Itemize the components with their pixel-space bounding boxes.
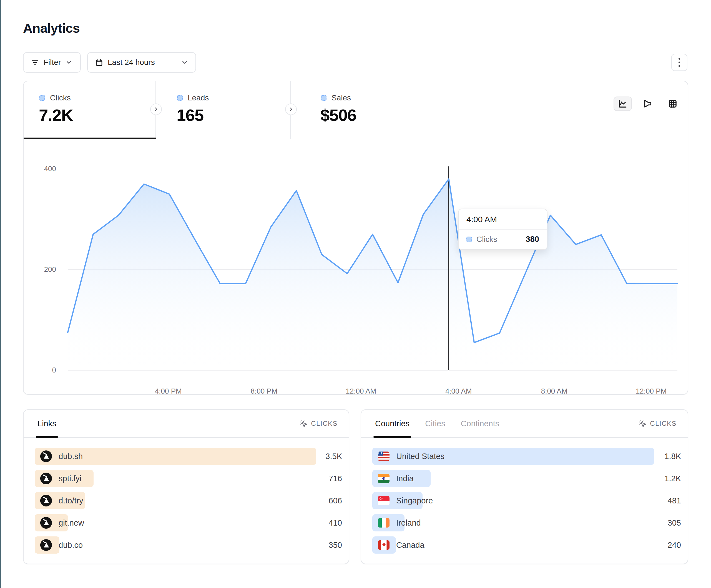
y-axis-tick-label: 200 — [31, 265, 56, 274]
y-axis-tick-label: 0 — [31, 366, 56, 375]
countries-panel-header: Countries Cities Continents CLICKS — [361, 410, 688, 438]
link-row[interactable]: dub.co350 — [35, 537, 342, 553]
country-row[interactable]: United States1.8K — [372, 448, 681, 465]
tab-countries[interactable]: Countries — [375, 410, 409, 437]
x-axis-tick-label: 12:00 PM — [636, 387, 667, 395]
clicks-series-chip — [39, 95, 45, 101]
countries-panel: Countries Cities Continents CLICKS Unite… — [361, 409, 688, 564]
flag-icon — [377, 494, 390, 507]
stat-label: Sales — [331, 93, 351, 103]
stat-value: $506 — [320, 106, 356, 125]
clicks-timeseries-chart[interactable] — [68, 166, 677, 370]
left-edge-divider — [0, 0, 1, 588]
tab-cities[interactable]: Cities — [425, 410, 445, 437]
link-row[interactable]: spti.fyi716 — [35, 470, 342, 487]
tooltip-series-chip — [467, 236, 472, 242]
cursor-click-icon — [299, 420, 308, 428]
link-row[interactable]: dub.sh3.5K — [35, 448, 342, 465]
tooltip-value: 380 — [526, 235, 539, 244]
kebab-menu-icon — [678, 58, 680, 67]
stat-value: 7.2K — [39, 106, 73, 125]
country-label: Singapore — [396, 496, 433, 505]
x-axis-tick-label: 8:00 PM — [251, 387, 278, 395]
date-range-button[interactable]: Last 24 hours — [87, 52, 196, 73]
link-clicks-value: 410 — [329, 518, 342, 527]
area-fill — [68, 179, 677, 370]
stats-row: Clicks 7.2K Leads 165 Sales $506 — [24, 81, 688, 139]
flag-ca-icon — [378, 540, 389, 550]
flag-icon — [377, 472, 390, 485]
x-axis-tick-label: 4:00 AM — [445, 387, 472, 395]
y-axis-tick-label: 400 — [31, 164, 56, 173]
dub-logo-icon — [40, 539, 52, 551]
link-clicks-value: 716 — [329, 474, 342, 483]
links-metric-button[interactable]: CLICKS — [299, 420, 338, 428]
calendar-icon — [95, 58, 103, 67]
link-clicks-value: 3.5K — [325, 452, 342, 461]
tab-links[interactable]: Links — [38, 410, 56, 437]
chart-tooltip: 4:00 AM Clicks 380 — [458, 208, 547, 250]
country-clicks-value: 240 — [668, 541, 681, 550]
x-axis-tick-label: 8:00 AM — [541, 387, 567, 395]
line-chart-icon — [618, 99, 628, 109]
dub-logo-icon — [40, 450, 52, 462]
links-panel: Links CLICKS dub.sh3.5K spti.fyi716 d.to… — [23, 409, 349, 564]
country-label: Canada — [396, 541, 425, 550]
link-label: dub.sh — [59, 452, 83, 461]
link-label: spti.fyi — [59, 474, 81, 483]
dub-logo-icon — [40, 472, 52, 485]
stat-card-clicks[interactable]: Clicks 7.2K — [24, 81, 156, 139]
expand-leads-button[interactable] — [285, 104, 297, 115]
link-label: d.to/try — [59, 496, 83, 505]
flag-icon — [377, 516, 390, 529]
country-row[interactable]: Singapore481 — [372, 492, 681, 509]
country-clicks-value: 305 — [668, 518, 681, 527]
country-clicks-value: 1.2K — [664, 474, 681, 483]
country-label: Ireland — [396, 518, 421, 527]
flag-icon — [377, 450, 390, 462]
link-label: git.new — [59, 518, 84, 527]
active-stat-underline — [24, 138, 156, 139]
stat-value: 165 — [177, 106, 203, 125]
chart-view-switcher — [613, 96, 682, 111]
chevron-down-icon — [181, 59, 188, 66]
flag-ie-icon — [378, 518, 389, 527]
country-row[interactable]: Canada240 — [372, 537, 681, 553]
countries-metric-button[interactable]: CLICKS — [638, 420, 676, 428]
table-view-button[interactable] — [664, 96, 682, 111]
filter-button-label: Filter — [44, 58, 61, 67]
link-label: dub.co — [59, 541, 83, 550]
more-options-button[interactable] — [671, 54, 687, 71]
countries-metric-label: CLICKS — [650, 420, 676, 427]
dub-logo-icon — [40, 516, 52, 529]
link-clicks-value: 350 — [329, 541, 342, 550]
cursor-click-icon — [638, 420, 647, 428]
dub-logo-icon — [40, 494, 52, 507]
tab-continents[interactable]: Continents — [461, 410, 499, 437]
table-view-icon — [668, 99, 678, 109]
country-row[interactable]: Ireland305 — [372, 514, 681, 532]
sales-series-chip — [321, 95, 326, 101]
links-metric-label: CLICKS — [311, 420, 338, 427]
filter-icon — [31, 58, 39, 67]
stat-card-leads[interactable]: Leads 165 — [156, 81, 291, 139]
x-axis-tick-label: 4:00 PM — [155, 387, 182, 395]
expand-clicks-button[interactable] — [150, 104, 162, 115]
link-clicks-value: 606 — [329, 496, 342, 505]
link-row[interactable]: git.new410 — [35, 514, 342, 532]
link-row[interactable]: d.to/try606 — [35, 492, 342, 509]
line-chart-view-button[interactable] — [613, 96, 632, 111]
flag-sg-icon — [378, 496, 389, 505]
leads-series-chip — [177, 95, 183, 101]
filter-button[interactable]: Filter — [23, 52, 81, 73]
stat-card-sales[interactable]: Sales $506 — [291, 81, 408, 139]
country-row[interactable]: India1.2K — [372, 470, 681, 487]
country-clicks-value: 481 — [668, 496, 681, 505]
funnel-chart-view-button[interactable] — [639, 96, 657, 111]
country-clicks-value: 1.8K — [664, 452, 681, 461]
funnel-chart-icon — [643, 99, 653, 109]
x-axis-tick-label: 12:00 AM — [346, 387, 376, 395]
stat-label: Clicks — [50, 93, 71, 103]
date-range-label: Last 24 hours — [108, 58, 155, 67]
country-label: United States — [396, 452, 445, 461]
